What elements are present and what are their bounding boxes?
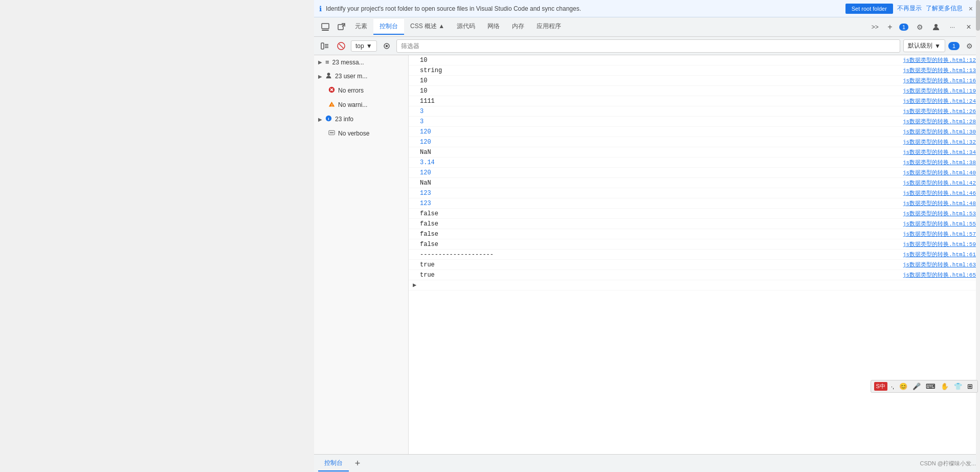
source-link[interactable]: js数据类型的转换.html:57	[903, 230, 976, 238]
console-toolbar: top ▼ 默认级别 ▼ 1 ⚙	[314, 37, 980, 55]
source-link[interactable]: js数据类型的转换.html:40	[903, 169, 976, 176]
tab-memory[interactable]: 内存	[506, 19, 530, 35]
ime-punctuation[interactable]: ·,	[889, 383, 896, 390]
source-link[interactable]: js数据类型的转换.html:38	[903, 159, 976, 166]
live-expression-button[interactable]	[380, 39, 393, 53]
source-link[interactable]: js数据类型的转换.html:63	[903, 261, 976, 268]
source-link[interactable]: js数据类型的转换.html:26	[903, 107, 976, 115]
console-row: 123js数据类型的转换.html:48	[409, 198, 980, 209]
svg-rect-4	[321, 43, 324, 49]
svg-rect-2	[338, 25, 343, 30]
info-icon: ℹ	[319, 5, 322, 13]
expand-messages-arrow: ▶	[318, 59, 322, 65]
ime-handwrite[interactable]: ✋	[939, 382, 950, 391]
ime-voice[interactable]: 🎤	[911, 382, 922, 391]
add-bottom-tab-button[interactable]: +	[351, 457, 364, 470]
console-row: 3js数据类型的转换.html:28	[409, 117, 980, 127]
svg-point-12	[327, 73, 330, 76]
tab-console[interactable]: 控制台	[373, 19, 404, 35]
source-link[interactable]: js数据类型的转换.html:12	[903, 56, 976, 64]
console-row: truejs数据类型的转换.html:65	[409, 270, 980, 280]
clear-console-button[interactable]	[335, 39, 348, 53]
svg-point-21	[331, 132, 332, 133]
messages-label: 23 messa...	[332, 59, 364, 66]
context-selector[interactable]: top ▼	[351, 40, 377, 52]
console-value: 10	[420, 87, 903, 95]
ime-cloth[interactable]: 👕	[952, 382, 964, 391]
close-devtools-button[interactable]: ×	[962, 20, 976, 34]
console-value: 3	[420, 118, 903, 125]
source-link[interactable]: js数据类型的转换.html:16	[903, 77, 976, 84]
console-value: --------------------	[420, 251, 903, 258]
source-link[interactable]: js数据类型的转换.html:55	[903, 220, 976, 228]
source-link[interactable]: js数据类型的转换.html:34	[903, 148, 976, 156]
sidebar-toggle-button[interactable]	[318, 39, 331, 53]
context-label: top	[355, 42, 364, 50]
console-row: stringjs数据类型的转换.html:13	[409, 65, 980, 76]
tab-css-overview[interactable]: CSS 概述 ▲	[404, 19, 451, 35]
console-row: 120js数据类型的转换.html:32	[409, 137, 980, 147]
sidebar-item-errors[interactable]: No errors	[314, 83, 408, 98]
svg-rect-0	[322, 24, 329, 29]
console-value: false	[420, 220, 903, 228]
expand-object-btn[interactable]: ▶	[413, 281, 416, 289]
source-link[interactable]: js数据类型的转换.html:42	[903, 179, 976, 187]
info-label: 23 info	[335, 116, 353, 123]
tab-sources[interactable]: 源代码	[451, 19, 481, 35]
level-label: 默认级别	[908, 41, 932, 50]
more-tabs-button[interactable]: >>	[870, 20, 881, 34]
source-link[interactable]: js数据类型的转换.html:61	[903, 251, 976, 258]
ime-keyboard[interactable]: ⌨	[924, 382, 937, 391]
source-link[interactable]: js数据类型的转换.html:24	[903, 97, 976, 105]
source-link[interactable]: js数据类型的转换.html:13	[903, 66, 976, 74]
ime-grid[interactable]: ⊞	[966, 382, 974, 391]
source-link[interactable]: js数据类型的转换.html:28	[903, 118, 976, 125]
source-link[interactable]: js数据类型的转换.html:59	[903, 240, 976, 248]
dock-icon-button[interactable]	[318, 20, 332, 34]
set-root-button[interactable]: Set root folder	[845, 4, 893, 14]
source-link[interactable]: js数据类型的转换.html:53	[903, 210, 976, 217]
console-value: 10	[420, 57, 903, 64]
source-link[interactable]: js数据类型的转换.html:30	[903, 128, 976, 136]
console-row: falsejs数据类型的转换.html:59	[409, 239, 980, 250]
tab-application[interactable]: 应用程序	[530, 19, 567, 35]
banner-close-button[interactable]: ×	[967, 5, 975, 13]
ime-chinese[interactable]: S中	[874, 382, 887, 391]
console-settings-button[interactable]: ⚙	[963, 39, 976, 53]
add-tab-button[interactable]: +	[883, 20, 897, 34]
profile-button[interactable]	[929, 20, 943, 34]
source-link[interactable]: js数据类型的转换.html:65	[903, 271, 976, 279]
console-value: 3.14	[420, 159, 903, 166]
ime-emoji[interactable]: 😊	[898, 382, 909, 391]
detach-icon-button[interactable]	[335, 20, 349, 34]
no-show-button[interactable]: 不再显示	[897, 4, 922, 13]
source-link[interactable]: js数据类型的转换.html:19	[903, 87, 976, 95]
bottom-tab-console[interactable]: 控制台	[318, 456, 349, 471]
svg-rect-1	[322, 30, 329, 31]
console-value: NaN	[420, 179, 903, 187]
console-row: falsejs数据类型的转换.html:55	[409, 219, 980, 229]
log-level-selector[interactable]: 默认级别 ▼	[903, 39, 945, 52]
settings-button[interactable]: ⚙	[912, 20, 927, 34]
tab-network[interactable]: 网络	[481, 19, 506, 35]
source-link[interactable]: js数据类型的转换.html:32	[903, 138, 976, 146]
scrollbar[interactable]	[976, 55, 980, 454]
sidebar-item-user-messages[interactable]: ▶ 23 user m...	[314, 69, 408, 83]
console-row: 120js数据类型的转换.html:40	[409, 168, 980, 178]
learn-more-button[interactable]: 了解更多信息	[926, 4, 963, 13]
notification-badge: 1	[899, 24, 908, 31]
source-link[interactable]: js数据类型的转换.html:46	[903, 189, 976, 197]
sidebar-item-messages[interactable]: ▶ ≡ 23 messa...	[314, 55, 408, 69]
tab-elements[interactable]: 元素	[349, 19, 373, 35]
sidebar-item-verbose[interactable]: No verbose	[314, 126, 408, 141]
console-value: 120	[420, 139, 903, 146]
sidebar-item-warnings[interactable]: ! No warni...	[314, 98, 408, 112]
error-icon	[328, 86, 335, 95]
source-link[interactable]: js数据类型的转换.html:48	[903, 199, 976, 207]
sidebar-item-info[interactable]: ▶ i 23 info	[314, 112, 408, 126]
message-count-badge[interactable]: 1	[948, 42, 960, 50]
level-dropdown-arrow: ▼	[934, 42, 941, 50]
more-options-button[interactable]: ···	[945, 20, 960, 34]
filter-input[interactable]	[396, 39, 900, 53]
console-value: false	[420, 241, 903, 248]
